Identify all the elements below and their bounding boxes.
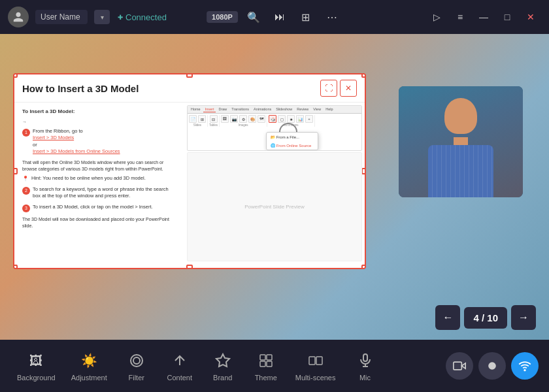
minimize-button[interactable]: — <box>473 7 494 27</box>
page-counter: 4 / 10 <box>464 307 507 329</box>
ribbon-icon-chart[interactable]: 📊 <box>296 115 304 123</box>
step-label: → <box>22 119 176 125</box>
zoom-in-button[interactable]: 🔍 <box>243 7 264 27</box>
toolbar-item-background[interactable]: 🖼 Background <box>10 346 62 385</box>
slide-expand-button[interactable]: ⛶ <box>320 80 337 97</box>
tab-draw[interactable]: Draw <box>216 106 229 112</box>
camera-person <box>399 86 523 197</box>
svg-rect-4 <box>267 355 272 360</box>
ribbon-icon-layout[interactable]: ⊞ <box>198 115 206 123</box>
slide-text-panel: To Insert a 3D Model: → 1 From the Ribbo… <box>14 103 184 265</box>
ribbon-icon-shapes[interactable]: ◻ <box>278 115 286 123</box>
tab-home[interactable]: Home <box>189 106 203 112</box>
toolbar-item-multiscenes[interactable]: Multi-scenes <box>289 346 342 385</box>
maximize-button[interactable]: □ <box>497 7 518 27</box>
content-icon <box>169 350 190 371</box>
slide-header: How to Insert a 3D Model ⛶ ✕ <box>14 74 365 103</box>
resize-handle-tr[interactable] <box>361 73 366 78</box>
slide-close-button[interactable]: ✕ <box>340 80 357 97</box>
next-button[interactable]: → <box>511 305 536 330</box>
hint-text: Hint: You need to be online when you add… <box>31 175 146 182</box>
ribbon-tabs: Home Insert Draw Transitions Animations … <box>188 106 361 114</box>
tab-review[interactable]: Review <box>295 106 310 112</box>
monitor-icon: ▷ <box>426 7 447 27</box>
slide-body: To Insert a 3D Model: → 1 From the Ribbo… <box>14 103 365 265</box>
toolbar-item-filter[interactable]: Filter <box>116 346 157 385</box>
model-dropdown: 📂 From a File... 🌐 From Online Source <box>266 132 318 150</box>
hint-icon: 📍 <box>22 175 29 182</box>
resize-handle-br[interactable] <box>361 265 366 269</box>
person-head <box>444 98 477 134</box>
multiscenes-label: Multi-scenes <box>295 374 336 382</box>
tab-slideshow[interactable]: Slideshow <box>274 106 294 112</box>
resize-handle-tl[interactable] <box>13 73 18 78</box>
topbar: User Name ▾ ✚ Connected 1080P 🔍 ⏭ ⊞ ⋯ ▷ … <box>0 0 549 34</box>
brand-label: Brand <box>213 374 232 382</box>
mic-icon <box>355 350 376 371</box>
broadcast-button[interactable] <box>511 352 539 380</box>
toolbar-item-content[interactable]: Content <box>159 346 200 385</box>
step-3-num: 2 <box>22 187 30 195</box>
adjustment-icon: ☀️ <box>78 350 99 371</box>
tab-transitions[interactable]: Transitions <box>229 106 251 112</box>
slide-preview-area: PowerPoint Slide Preview <box>187 152 362 261</box>
dropdown-item-file[interactable]: 📂 From a File... <box>267 133 318 141</box>
connected-status: ✚ Connected <box>118 12 167 22</box>
camera-feed <box>399 86 523 197</box>
step-4-num: 3 <box>22 204 30 212</box>
ribbon-icon-table[interactable]: ⊟ <box>210 115 218 123</box>
ribbon-icon-new[interactable]: 📄 <box>189 115 197 123</box>
svg-rect-7 <box>309 357 315 365</box>
skip-button[interactable]: ⏭ <box>269 7 290 27</box>
more-button[interactable]: ⋯ <box>322 7 342 27</box>
background-label: Background <box>17 374 56 382</box>
ribbon-icon-img2[interactable]: 📷 <box>230 115 238 123</box>
resize-handle-bl[interactable] <box>13 265 18 269</box>
close-button[interactable]: ✕ <box>520 7 541 27</box>
ribbon-icon-img3[interactable]: ⚙ <box>239 115 247 123</box>
svg-point-13 <box>488 362 496 370</box>
background-icon: 🖼 <box>25 350 46 371</box>
main-area: How to Insert a 3D Model ⛶ ✕ To Insert a… <box>0 34 549 340</box>
insert-heading: To Insert a 3D Model: <box>22 108 176 115</box>
tab-insert[interactable]: Insert <box>203 106 216 112</box>
tab-view[interactable]: View <box>311 106 323 112</box>
svg-point-0 <box>133 357 140 364</box>
ribbon-icon-3dmodel[interactable]: 🎲 <box>269 115 276 123</box>
layout-button[interactable]: ⊞ <box>295 7 316 27</box>
tab-help[interactable]: Help <box>324 106 335 112</box>
dropdown-toggle[interactable]: ▾ <box>94 10 110 24</box>
step-3: 2 To search for a keyword, type a word o… <box>22 186 176 200</box>
menu-icon[interactable]: ≡ <box>450 7 471 27</box>
toolbar-item-brand[interactable]: Brand <box>203 346 243 385</box>
ribbon-icon-icons[interactable]: ★ <box>287 115 295 123</box>
brand-icon <box>212 350 233 371</box>
ribbon-icon-extra[interactable]: + <box>305 115 313 123</box>
ribbon-icon-img4[interactable]: 🎨 <box>248 115 256 123</box>
nav-bar: ← 4 / 10 → <box>435 305 536 330</box>
ribbon-group-images: Images <box>239 123 248 127</box>
slide-container: How to Insert a 3D Model ⛶ ✕ To Insert a… <box>13 73 366 269</box>
connected-dot: ✚ <box>118 14 123 21</box>
resize-handle-tm[interactable] <box>186 73 193 78</box>
ribbon-group-slides: Slides <box>193 123 201 127</box>
step-2-text: That will open the Online 3D Models wind… <box>22 159 176 172</box>
tab-animations[interactable]: Animations <box>252 106 273 112</box>
record-button[interactable] <box>478 352 506 380</box>
step-1-link2[interactable]: Insert > 3D Models from Online Sources <box>33 148 120 154</box>
resize-handle-bm[interactable] <box>186 265 193 269</box>
toolbar-item-mic[interactable]: Mic <box>345 346 386 385</box>
camera-button[interactable] <box>446 352 473 380</box>
multiscenes-icon <box>305 350 326 371</box>
resolution-badge[interactable]: 1080P <box>207 11 238 23</box>
step-1-link[interactable]: Insert > 3D Models <box>33 135 74 140</box>
toolbar-item-adjustment[interactable]: ☀️ Adjustment <box>65 346 114 385</box>
ribbon-icon-img5[interactable]: 🗺 <box>258 115 265 123</box>
ribbon-icon-img1[interactable]: 🖼 <box>221 115 229 123</box>
toolbar-item-theme[interactable]: Theme <box>246 346 286 385</box>
dropdown-item-online[interactable]: 🌐 From Online Source <box>267 141 318 150</box>
resize-handle-ml[interactable] <box>13 168 18 174</box>
content-label: Content <box>167 374 192 382</box>
prev-button[interactable]: ← <box>435 305 460 330</box>
step-1-num: 1 <box>22 129 30 137</box>
